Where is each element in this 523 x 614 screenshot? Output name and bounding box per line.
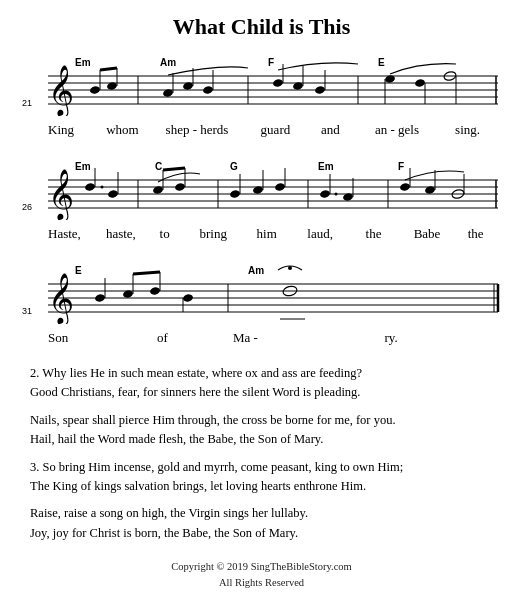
music-section-3: 𝄞 31 E Am <box>20 256 503 356</box>
chord-am-1: Am <box>160 57 176 68</box>
lyric-word: the <box>456 226 495 242</box>
measure-num-2: 26 <box>22 202 32 212</box>
chord-em2-2: Em <box>318 161 334 172</box>
page-title: What Child is This <box>173 14 351 40</box>
verse-line: Good Christians, fear, for sinners here … <box>30 383 493 402</box>
lyric-word: to <box>145 226 184 242</box>
copyright-line-1: Copyright © 2019 SingTheBibleStory.com <box>171 559 352 575</box>
beam <box>163 168 185 170</box>
slur <box>278 63 358 70</box>
chord-e-3: E <box>75 265 82 276</box>
lyric-word: and <box>307 122 354 138</box>
verse-line: Hail, hail the Word made flesh, the Babe… <box>30 430 493 449</box>
lyric-word: guard <box>244 122 307 138</box>
staff-svg-2: 𝄞 26 Em C G Em F <box>20 152 503 220</box>
verse-line: Raise, raise a song on high, the Virgin … <box>30 504 493 523</box>
lyric-word: the <box>349 226 398 242</box>
lyric-word: laud, <box>291 226 349 242</box>
staff-container-1: 𝄞 21 Em Am F E <box>20 48 503 120</box>
note <box>229 189 240 198</box>
staff-svg-3: 𝄞 31 E Am <box>20 256 503 324</box>
lyrics-row-1: King whom shep - herds guard and an - ge… <box>20 122 503 138</box>
copyright-line-2: All Rights Reserved <box>171 575 352 591</box>
lyric-word: Son <box>48 330 121 346</box>
verse-paragraph-1: 2. Why lies He in such mean estate, wher… <box>30 364 493 403</box>
note <box>202 85 213 94</box>
lyric-word: haste, <box>97 226 146 242</box>
lyric-word: bring <box>184 226 242 242</box>
verse-line: 3. So bring Him incense, gold and myrrh,… <box>30 458 493 477</box>
lyric-word: Ma - <box>204 330 287 346</box>
music-section-2: 𝄞 26 Em C G Em F <box>20 152 503 252</box>
note <box>182 293 193 302</box>
note <box>149 286 160 295</box>
verse-line: The King of kings salvation brings, let … <box>30 477 493 496</box>
chord-c-2: C <box>155 161 162 172</box>
note <box>272 78 283 87</box>
chord-em-2: Em <box>75 161 91 172</box>
lyrics-row-2: Haste, haste, to bring him laud, the Bab… <box>20 226 503 242</box>
treble-clef-3: 𝄞 <box>48 273 74 324</box>
chord-em-1: Em <box>75 57 91 68</box>
treble-clef-1: 𝄞 <box>48 65 74 116</box>
slur <box>390 64 456 74</box>
verse-line: 2. Why lies He in such mean estate, wher… <box>30 364 493 383</box>
chord-f-1: F <box>268 57 274 68</box>
note <box>274 182 285 191</box>
note <box>84 182 95 191</box>
measure-num-3: 31 <box>22 306 32 316</box>
note <box>89 85 100 94</box>
chord-am-3: Am <box>248 265 264 276</box>
lyrics-row-3: Son of Ma - ry. <box>20 330 503 346</box>
verse-paragraph-2: Nails, spear shall pierce Him through, t… <box>30 411 493 450</box>
dot <box>101 186 104 189</box>
lyric-word: King <box>48 122 95 138</box>
verse-line: Nails, spear shall pierce Him through, t… <box>30 411 493 430</box>
fermata-dot <box>288 266 292 270</box>
slur <box>168 67 248 75</box>
copyright: Copyright © 2019 SingTheBibleStory.com A… <box>171 559 352 591</box>
note <box>319 189 330 198</box>
verse-paragraph-3: 3. So bring Him incense, gold and myrrh,… <box>30 458 493 497</box>
measure-num-1: 21 <box>22 98 32 108</box>
staff-svg-1: 𝄞 21 Em Am F E <box>20 48 503 116</box>
note <box>314 85 325 94</box>
chord-f-2: F <box>398 161 404 172</box>
treble-clef-2: 𝄞 <box>48 169 74 220</box>
staff-container-3: 𝄞 31 E Am <box>20 256 503 328</box>
music-section-1: 𝄞 21 Em Am F E <box>20 48 503 148</box>
lyric-word: Babe <box>398 226 456 242</box>
note <box>107 189 118 198</box>
note <box>94 293 105 302</box>
lyric-word: shep - herds <box>150 122 244 138</box>
lyric-word: him <box>242 226 291 242</box>
beam <box>100 68 117 70</box>
staff-container-2: 𝄞 26 Em C G Em F <box>20 152 503 224</box>
note <box>174 182 185 191</box>
verse-paragraph-4: Raise, raise a song on high, the Virgin … <box>30 504 493 543</box>
verse-text: 2. Why lies He in such mean estate, wher… <box>20 364 503 551</box>
verse-line: Joy, joy for Christ is born, the Babe, t… <box>30 524 493 543</box>
page: What Child is This 𝄞 21 Em Am F E <box>0 0 523 614</box>
lyric-word: Haste, <box>48 226 97 242</box>
lyric-word: an - gels <box>354 122 440 138</box>
beam <box>133 272 160 274</box>
lyric-word: of <box>121 330 204 346</box>
chord-g-2: G <box>230 161 238 172</box>
slur <box>158 173 200 182</box>
note <box>414 78 425 87</box>
chord-e-1: E <box>378 57 385 68</box>
lyric-word: ry. <box>287 330 495 346</box>
lyric-word: whom <box>95 122 150 138</box>
lyric-word: sing. <box>440 122 495 138</box>
note <box>399 182 410 191</box>
dot <box>335 193 338 196</box>
